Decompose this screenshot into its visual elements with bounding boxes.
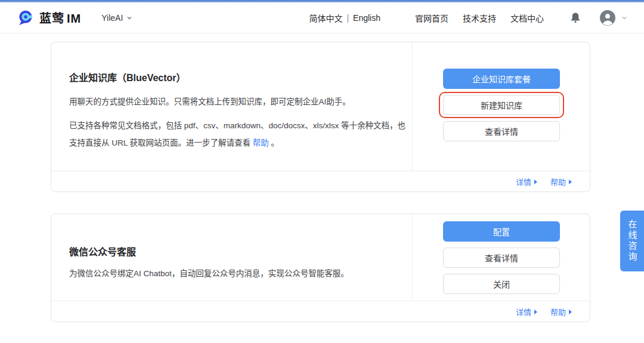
- workspace-label: YileAI: [101, 13, 123, 23]
- brand-name: 蓝莺 IM: [39, 9, 81, 26]
- nav-item-support[interactable]: 技术支持: [463, 12, 496, 24]
- nav-item-docs[interactable]: 文档中心: [510, 12, 544, 24]
- chevron-down-icon: [621, 15, 627, 21]
- language-switcher: 简体中文 | English: [309, 12, 380, 24]
- user-menu[interactable]: [600, 10, 627, 26]
- detail-footer-link[interactable]: 详情: [516, 176, 537, 187]
- wechat-service-card: 微信公众号客服 为微信公众号绑定AI Chatbot，自动回复公众号内消息，实现…: [51, 214, 590, 322]
- brand[interactable]: 蓝莺 IM: [17, 9, 81, 27]
- brand-name-im: IM: [67, 12, 81, 26]
- arrow-right-icon: [569, 310, 572, 314]
- card-divider: [412, 42, 413, 171]
- online-consult-tab[interactable]: 在线咨询: [620, 211, 644, 271]
- help-inline-link[interactable]: 帮助: [253, 138, 269, 147]
- kb-plan-button[interactable]: 企业知识库套餐: [443, 69, 560, 89]
- header-right: 简体中文 | English 官网首页 技术支持 文档中心: [309, 10, 627, 26]
- lang-divider: |: [346, 13, 349, 23]
- card-description: 用聊天的方式提供企业知识。只需将文档上传到知识库，即可定制企业AI助手。: [69, 96, 410, 108]
- wechat-close-button[interactable]: 关闭: [443, 274, 560, 294]
- wechat-config-button[interactable]: 配置: [443, 221, 560, 242]
- bell-icon: [569, 11, 582, 24]
- nav-item-home[interactable]: 官网首页: [415, 12, 448, 24]
- lanying-logo-icon: [17, 9, 35, 27]
- card-title: 微信公众号客服: [69, 244, 136, 258]
- card-divider: [412, 214, 413, 301]
- arrow-right-icon: [534, 310, 537, 314]
- card-description-formats: 已支持各种常见文档格式，包括 pdf、csv、markdown、doc/docs…: [69, 117, 410, 152]
- lang-en-link[interactable]: English: [353, 13, 380, 23]
- help-footer-link[interactable]: 帮助: [550, 306, 572, 317]
- card-description: 为微信公众号绑定AI Chatbot，自动回复公众号内消息，实现公众号智能客服。: [69, 268, 410, 280]
- workspace-switcher[interactable]: YileAI: [101, 13, 132, 23]
- brand-name-cn: 蓝莺: [39, 9, 64, 26]
- new-kb-button[interactable]: 新建知识库: [443, 95, 560, 115]
- lang-zh-link[interactable]: 简体中文: [309, 12, 342, 24]
- header: 蓝莺 IM YileAI 简体中文 | English 官网首页 技术支持 文档…: [0, 2, 644, 33]
- detail-footer-link[interactable]: 详情: [516, 306, 537, 317]
- card-footer: 详情 帮助: [51, 301, 590, 322]
- knowledge-base-card: 企业知识库（BlueVector） 用聊天的方式提供企业知识。只需将文档上传到知…: [51, 42, 590, 192]
- header-nav: 官网首页 技术支持 文档中心: [415, 12, 544, 24]
- kb-view-detail-button[interactable]: 查看详情: [443, 121, 560, 141]
- card-title: 企业知识库（BlueVector）: [69, 70, 186, 84]
- card-footer: 详情 帮助: [51, 171, 590, 192]
- arrow-right-icon: [534, 180, 537, 184]
- notification-bell-button[interactable]: [569, 11, 582, 24]
- avatar-icon: [600, 10, 615, 26]
- help-footer-link[interactable]: 帮助: [550, 176, 572, 187]
- chevron-down-icon: [126, 15, 132, 21]
- arrow-right-icon: [569, 180, 572, 184]
- wechat-view-detail-button[interactable]: 查看详情: [443, 248, 560, 268]
